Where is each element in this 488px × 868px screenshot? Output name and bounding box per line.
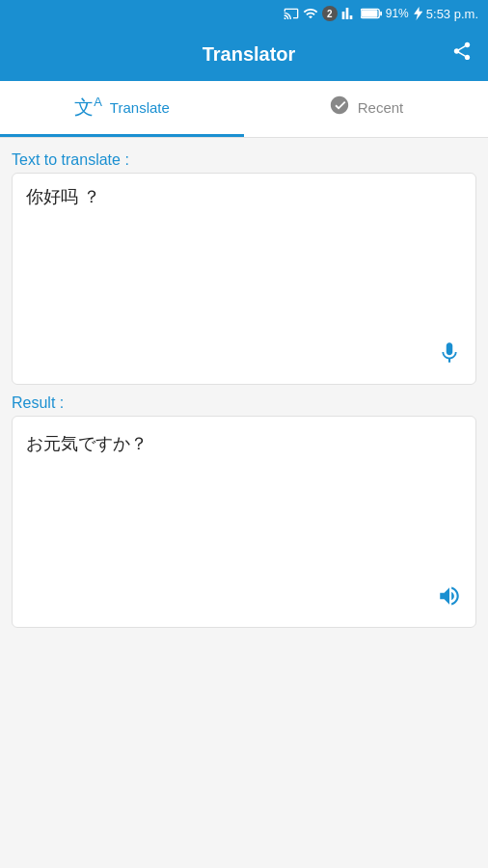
status-time: 5:53 p.m. bbox=[426, 7, 478, 21]
input-section: Text to translate : bbox=[12, 151, 476, 385]
cast-icon bbox=[284, 6, 299, 21]
status-icons: 2 91% 5:53 p.m. bbox=[284, 6, 478, 21]
tabs: 文A Translate Recent bbox=[0, 81, 488, 138]
wifi-icon bbox=[303, 6, 318, 21]
status-bar: 2 91% 5:53 p.m. bbox=[0, 0, 488, 27]
battery-icon bbox=[361, 7, 382, 20]
svg-rect-1 bbox=[380, 12, 382, 16]
main-content: Text to translate : Result : お元気ですか？ bbox=[0, 138, 488, 868]
result-value: お元気ですか？ bbox=[26, 428, 462, 459]
svg-rect-2 bbox=[362, 10, 378, 16]
app-title: Translator bbox=[46, 43, 451, 66]
recent-tab-icon bbox=[329, 95, 350, 121]
app-bar: Translator bbox=[0, 27, 488, 81]
charging-icon bbox=[413, 7, 422, 20]
tab-recent[interactable]: Recent bbox=[244, 81, 488, 137]
speaker-button[interactable] bbox=[437, 583, 462, 615]
translate-tab-icon: 文A bbox=[74, 95, 102, 121]
microphone-button[interactable] bbox=[437, 340, 462, 372]
signal-icon bbox=[341, 6, 357, 21]
battery-percent: 91% bbox=[386, 7, 409, 20]
result-text-box: お元気ですか？ bbox=[12, 416, 476, 628]
input-text-box bbox=[12, 173, 476, 385]
tab-recent-label: Recent bbox=[358, 99, 404, 116]
tab-translate-label: Translate bbox=[110, 99, 170, 116]
result-section: Result : お元気ですか？ bbox=[12, 394, 476, 628]
input-label: Text to translate : bbox=[12, 151, 476, 169]
notification-badge: 2 bbox=[322, 6, 338, 21]
tab-translate[interactable]: 文A Translate bbox=[0, 81, 244, 137]
result-label: Result : bbox=[12, 394, 476, 412]
share-button[interactable] bbox=[451, 41, 473, 68]
input-textarea[interactable] bbox=[26, 185, 462, 372]
